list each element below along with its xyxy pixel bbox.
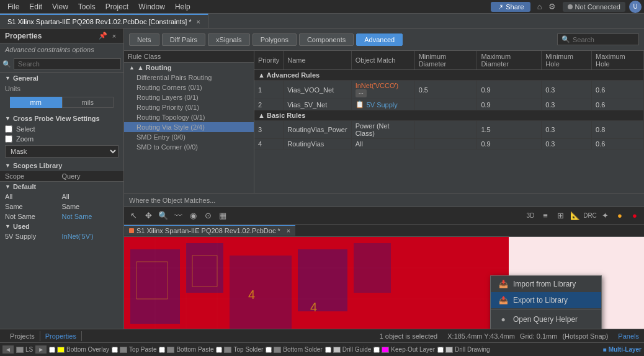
polygons-button[interactable]: Polygons [253, 33, 297, 46]
tab-bar: S1 Xilinx Spartan-IIE PQ208 Rev1.02.PcbD… [0, 14, 644, 29]
pcb-component-icon[interactable]: ▦ [216, 209, 230, 223]
bottom-solder-checkbox[interactable] [266, 347, 272, 353]
scope-notsame-row[interactable]: Not Same Not Same [0, 211, 123, 221]
user-avatar[interactable]: U [629, 1, 642, 13]
more-btn-row1[interactable]: ··· [356, 89, 367, 97]
drill-guide-checkbox[interactable] [325, 347, 331, 353]
ctx-query-helper[interactable]: ● Open Query Helper [491, 311, 601, 327]
keepout-checkbox[interactable] [373, 347, 380, 353]
table-row[interactable]: 4 RoutingVias All 0.9 0.3 0.6 [254, 139, 644, 149]
routing-layers-item[interactable]: Routing Layers (0/1) [124, 92, 254, 102]
xsignals-button[interactable]: xSignals [208, 33, 250, 46]
table-row[interactable]: 1 Vias_VOO_Net InNet('VCCO') ··· 0.5 0.9… [254, 81, 644, 99]
diff-pairs-routing-item[interactable]: Differential Pairs Routing [124, 73, 254, 82]
col-min-diameter: Minimum Diameter [414, 51, 477, 70]
advanced-button[interactable]: Advanced [356, 33, 403, 46]
menu-edit[interactable]: Edit [24, 1, 47, 12]
pcb-route-icon[interactable]: 〰 [171, 209, 185, 223]
panels-button[interactable]: Panels [618, 332, 639, 340]
context-menu: 📥 Import from Library 📤 Export to Librar… [490, 275, 602, 329]
table-row[interactable]: 2 Vias_5V_Net 📋5V Supply 0.9 0.3 0.6 [254, 99, 644, 110]
layer-bottom-paste[interactable]: Bottom Paste [159, 346, 213, 353]
svg-rect-5 [298, 249, 347, 311]
layer-bottom-overlay[interactable]: Bottom Overlay [49, 346, 109, 353]
pcb-measure-icon[interactable]: 📐 [568, 209, 582, 223]
pcb-view[interactable]: S1 Xilinx Spartan-IIE PQ208 Rev1.02.PcbD… [124, 207, 644, 329]
layer-multi[interactable]: ■ Multi-Layer [603, 346, 642, 353]
pcb-tab[interactable]: S1 Xilinx Spartan-IIE PQ208 Rev1.02.PcbD… [124, 225, 295, 236]
home-icon[interactable]: ⌂ [534, 1, 545, 12]
smd-entry-item[interactable]: SMD Entry (0/0) [124, 132, 254, 142]
pcb-tab-close-icon[interactable]: × [287, 227, 290, 234]
drill-drawing-checkbox[interactable] [437, 347, 444, 353]
col-max-diameter: Maximum Diameter [477, 51, 542, 70]
pcb-zoom-in-icon[interactable]: 🔍 [156, 209, 170, 223]
top-paste-checkbox[interactable] [112, 347, 118, 353]
share-button[interactable]: ⭷ Share [491, 2, 530, 12]
pcb-red-dot[interactable]: ● [628, 209, 642, 223]
mm-button[interactable]: mm [10, 97, 62, 108]
nets-button[interactable]: Nets [129, 33, 159, 46]
projects-tab[interactable]: Projects [5, 331, 40, 341]
menu-view[interactable]: View [47, 1, 73, 12]
layer-drill-guide[interactable]: Drill Guide [325, 346, 372, 353]
smd-to-corner-item[interactable]: SMD to Corner (0/0) [124, 142, 254, 152]
menu-tools[interactable]: Tools [73, 1, 101, 12]
routing-group-item[interactable]: ▲ ▲ Routing [124, 63, 254, 73]
routing-topology-item[interactable]: Routing Topology (0/1) [124, 112, 254, 122]
mils-button[interactable]: mils [62, 97, 114, 108]
layer-top-paste[interactable]: Top Paste [112, 346, 156, 353]
properties-tab[interactable]: Properties [40, 331, 82, 341]
routing-corners-item[interactable]: Routing Corners (0/1) [124, 82, 254, 92]
layer-top-solder[interactable]: Top Solder [216, 346, 263, 353]
layer-ls[interactable]: LS [16, 346, 33, 353]
select-checkbox[interactable] [5, 125, 12, 133]
components-button[interactable]: Components [299, 33, 354, 46]
scope-all-row[interactable]: All All [0, 192, 123, 202]
zoom-checkbox[interactable] [5, 135, 12, 143]
pcb-layers-icon[interactable]: ≡ [539, 209, 552, 223]
left-panel: Properties 📌 × Advanced constraints opti… [0, 29, 124, 329]
ctx-query-builder[interactable]: ▦ Open Query Builder [491, 327, 601, 329]
menu-help[interactable]: Help [170, 1, 195, 12]
menu-project[interactable]: Project [101, 1, 133, 12]
scope-same-row[interactable]: Same Same [0, 202, 123, 211]
bottom-paste-color [167, 347, 174, 353]
tab-close-icon[interactable]: × [197, 18, 200, 25]
pcb-3d-icon[interactable]: 3D [524, 209, 537, 223]
mask-select[interactable]: Mask Dim None [5, 145, 119, 158]
pcb-drc-icon[interactable]: DRC [583, 209, 597, 223]
routing-priority-item[interactable]: Routing Priority (0/1) [124, 102, 254, 112]
pcb-select-icon[interactable]: ↖ [127, 209, 140, 223]
pcb-via-icon[interactable]: ⊙ [201, 209, 215, 223]
settings-icon[interactable]: ⚙ [547, 1, 558, 12]
pcb-move-icon[interactable]: ✥ [141, 209, 155, 223]
table-row[interactable]: 3 RoutingVias_Power Power (Net Class) 1.… [254, 121, 644, 139]
menu-file[interactable]: File [2, 1, 24, 12]
main-tab[interactable]: S1 Xilinx Spartan-IIE PQ208 Rev1.02.PcbD… [0, 14, 208, 28]
ctx-export-library[interactable]: 📤 Export to Library [491, 292, 601, 308]
pcb-yellow-dot[interactable]: ● [613, 209, 627, 223]
pcb-pad-icon[interactable]: ◉ [186, 209, 200, 223]
search-input[interactable] [14, 58, 121, 69]
close-panel-icon[interactable]: × [110, 32, 119, 40]
layer-drill-drawing[interactable]: Drill Drawing [437, 346, 490, 353]
bottom-overlay-checkbox[interactable] [49, 347, 55, 353]
top-solder-color [224, 347, 231, 353]
layer-keepout[interactable]: Keep-Out Layer [373, 346, 435, 353]
pin-icon[interactable]: 📌 [99, 32, 107, 40]
routing-via-style-item[interactable]: Routing Via Style (2/4) [124, 122, 254, 132]
pcb-grid-icon[interactable]: ⊞ [553, 209, 567, 223]
toolbar-search-input[interactable] [573, 36, 635, 43]
scope-5vsupply-row[interactable]: 5V Supply InNet('5V') [0, 231, 123, 241]
pcb-tab-bar: S1 Xilinx Spartan-IIE PQ208 Rev1.02.PcbD… [124, 225, 644, 237]
top-solder-checkbox[interactable] [216, 347, 222, 353]
menu-window[interactable]: Window [133, 1, 170, 12]
layer-bottom-solder[interactable]: Bottom Solder [266, 346, 322, 353]
bottom-paste-checkbox[interactable] [159, 347, 165, 353]
pcb-highlight-icon[interactable]: ✦ [598, 209, 612, 223]
ctx-import-library[interactable]: 📥 Import from Library [491, 276, 601, 292]
layer-nav-prev[interactable]: ◄ [2, 345, 14, 354]
layer-nav-next[interactable]: ► [35, 345, 47, 354]
diff-pairs-button[interactable]: Diff Pairs [162, 33, 205, 46]
